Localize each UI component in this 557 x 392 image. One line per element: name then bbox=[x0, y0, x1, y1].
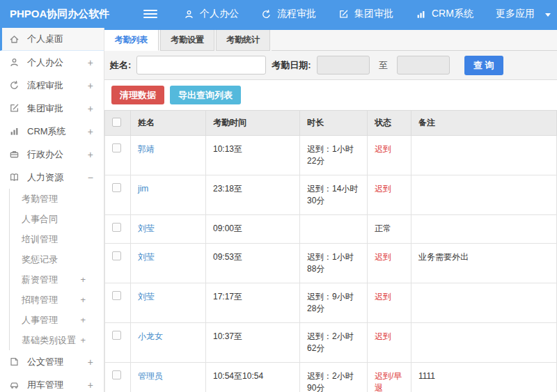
submenu-item-2[interactable]: 人事合同 bbox=[10, 209, 104, 229]
sidebar-bottom-item-1[interactable]: 公文管理+ bbox=[0, 350, 104, 373]
search-button[interactable]: 查 询 bbox=[464, 56, 503, 75]
sidebar-item-label: 流程审批 bbox=[27, 79, 88, 92]
tab-2[interactable]: 考勤设置 bbox=[160, 30, 214, 51]
sidebar-item-1[interactable]: 个人桌面 bbox=[0, 28, 104, 51]
cell-name: 刘莹 bbox=[131, 283, 206, 323]
submenu-item-label: 考勤管理 bbox=[22, 193, 58, 205]
employee-name-link[interactable]: 刘莹 bbox=[138, 224, 155, 233]
col-name: 姓名 bbox=[131, 111, 206, 136]
cell-time: 10:37至 bbox=[206, 323, 300, 363]
expand-toggle-icon[interactable]: + bbox=[80, 274, 86, 285]
clean-data-button[interactable]: 清理数据 bbox=[111, 86, 164, 104]
submenu-item-3[interactable]: 培训管理 bbox=[10, 229, 104, 249]
employee-name-link[interactable]: 小龙女 bbox=[138, 331, 163, 341]
submenu-item-6[interactable]: 招聘管理+ bbox=[10, 290, 104, 310]
nav-item-1[interactable]: 个人办公 bbox=[184, 8, 239, 20]
sidebar-item-label: 人力资源 bbox=[27, 171, 88, 184]
cell-duration: 迟到：1小时22分 bbox=[300, 136, 368, 175]
cell-note bbox=[411, 136, 557, 175]
expand-toggle-icon[interactable]: + bbox=[88, 379, 93, 391]
expand-toggle-icon[interactable]: + bbox=[88, 356, 93, 368]
submenu-item-7[interactable]: 人事管理+ bbox=[10, 310, 104, 330]
cell-status: 迟到 bbox=[368, 136, 411, 175]
sidebar-item-label: 个人办公 bbox=[27, 56, 88, 69]
tab-1[interactable]: 考勤列表 bbox=[104, 30, 159, 51]
nav-item-3[interactable]: 集团审批 bbox=[338, 8, 393, 20]
expand-toggle-icon[interactable]: + bbox=[80, 335, 86, 345]
name-input[interactable] bbox=[136, 56, 266, 75]
document-icon bbox=[9, 356, 21, 367]
cell-duration: 迟到：2小时62分 bbox=[300, 323, 368, 363]
submenu-item-label: 奖惩记录 bbox=[22, 253, 58, 266]
employee-name-link[interactable]: 刘莹 bbox=[138, 292, 155, 301]
expand-toggle-icon[interactable]: + bbox=[80, 295, 86, 305]
sidebar-item-5[interactable]: CRM系统+ bbox=[0, 120, 104, 143]
employee-name-link[interactable]: jim bbox=[138, 184, 148, 194]
cell-status: 迟到 bbox=[368, 283, 411, 323]
cell-note: 1111 bbox=[411, 363, 557, 392]
nav-item-2[interactable]: 流程审批 bbox=[261, 8, 316, 20]
nav-item-label: 集团审批 bbox=[354, 8, 393, 20]
cell-name: 郭靖 bbox=[131, 136, 206, 175]
sidebar: 个人桌面个人办公+流程审批+集团审批+CRM系统+行政办公+人力资源−考勤管理人… bbox=[0, 28, 104, 392]
nav-item-label: CRM系统 bbox=[432, 8, 473, 20]
person-icon bbox=[184, 9, 194, 19]
nav-item-4[interactable]: CRM系统 bbox=[416, 8, 473, 20]
col-duration: 时长 bbox=[300, 111, 368, 136]
expand-toggle-icon[interactable]: + bbox=[88, 149, 93, 160]
submenu-item-label: 人事管理 bbox=[22, 314, 58, 327]
expand-toggle-icon[interactable]: − bbox=[88, 172, 93, 183]
tab-3[interactable]: 考勤统计 bbox=[216, 30, 270, 51]
submenu-item-5[interactable]: 薪资管理+ bbox=[10, 269, 104, 290]
expand-toggle-icon[interactable]: + bbox=[88, 126, 93, 137]
menu-toggle-icon[interactable] bbox=[143, 8, 157, 20]
nav-item-5[interactable]: 更多应用 bbox=[496, 8, 551, 20]
cell-duration: 迟到：2小时90分早退：7小时10分 bbox=[300, 363, 368, 392]
cell-note bbox=[411, 215, 557, 244]
sidebar-item-3[interactable]: 流程审批+ bbox=[0, 74, 104, 97]
employee-name-link[interactable]: 管理员 bbox=[138, 371, 163, 381]
cell-note bbox=[411, 323, 557, 363]
row-checkbox[interactable] bbox=[112, 291, 121, 300]
sidebar-bottom-item-2[interactable]: 用车管理+ bbox=[0, 373, 104, 392]
row-checkbox[interactable] bbox=[112, 251, 121, 260]
submenu-item-1[interactable]: 考勤管理 bbox=[10, 189, 104, 209]
top-header: PHPOA协同办公软件 个人办公流程审批集团审批CRM系统更多应用 bbox=[0, 0, 557, 28]
table-row: 郭靖10:13至迟到：1小时22分迟到 bbox=[105, 136, 557, 175]
nav-item-label: 更多应用 bbox=[496, 8, 535, 20]
cell-name: 小龙女 bbox=[131, 323, 206, 363]
row-checkbox[interactable] bbox=[112, 331, 121, 340]
expand-toggle-icon[interactable]: + bbox=[88, 80, 93, 91]
sidebar-item-label: 公文管理 bbox=[27, 356, 88, 368]
row-checkbox[interactable] bbox=[112, 183, 121, 192]
submenu-item-4[interactable]: 奖惩记录 bbox=[10, 249, 104, 269]
cell-note bbox=[411, 283, 557, 323]
sidebar-item-4[interactable]: 集团审批+ bbox=[0, 97, 104, 120]
sidebar-item-6[interactable]: 行政办公+ bbox=[0, 143, 104, 166]
col-time: 考勤时间 bbox=[206, 111, 300, 136]
sidebar-item-7[interactable]: 人力资源− bbox=[0, 166, 104, 189]
select-all-checkbox[interactable] bbox=[112, 118, 121, 127]
employee-name-link[interactable]: 郭靖 bbox=[138, 144, 155, 154]
duration-line: 迟到：9小时28分 bbox=[307, 291, 360, 315]
row-checkbox-cell bbox=[105, 175, 131, 215]
export-list-button[interactable]: 导出查询列表 bbox=[170, 86, 241, 104]
row-checkbox[interactable] bbox=[112, 223, 121, 232]
employee-name-link[interactable]: 刘莹 bbox=[138, 252, 155, 262]
sidebar-item-label: 集团审批 bbox=[27, 102, 88, 115]
edit-icon bbox=[338, 9, 349, 19]
date-to-input[interactable] bbox=[397, 56, 450, 75]
sidebar-item-2[interactable]: 个人办公+ bbox=[0, 51, 104, 74]
date-from-input[interactable] bbox=[317, 56, 370, 75]
row-checkbox[interactable] bbox=[112, 370, 121, 379]
row-checkbox[interactable] bbox=[112, 143, 121, 152]
submenu-item-label: 培训管理 bbox=[22, 233, 58, 246]
expand-toggle-icon[interactable]: + bbox=[88, 57, 93, 68]
nav-item-label: 流程审批 bbox=[277, 8, 316, 20]
briefcase-icon bbox=[9, 149, 21, 159]
duration-line: 迟到：1小时22分 bbox=[307, 143, 360, 167]
submenu-item-8[interactable]: 基础类别设置+ bbox=[10, 330, 104, 350]
expand-toggle-icon[interactable]: + bbox=[80, 315, 86, 325]
expand-toggle-icon[interactable]: + bbox=[88, 103, 93, 114]
table-row: 刘莹09:00至正常 bbox=[105, 215, 557, 244]
